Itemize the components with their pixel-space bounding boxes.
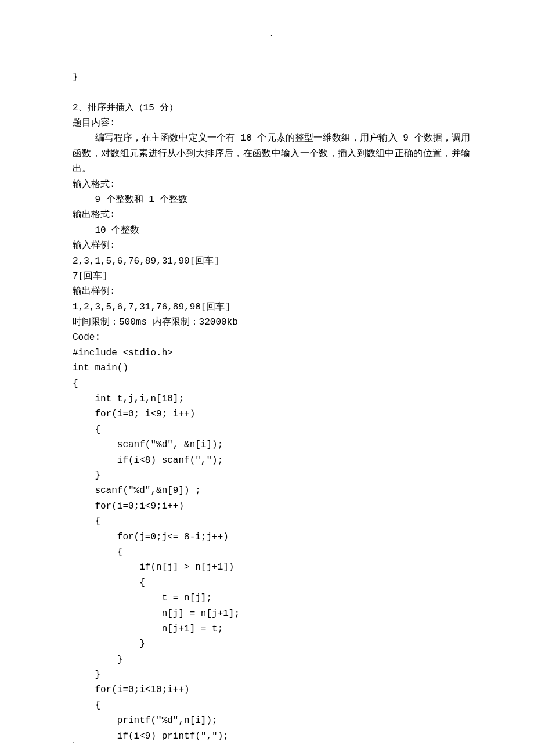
code-line: } (73, 654, 122, 665)
code-line: { (73, 700, 100, 711)
code-line: } (73, 669, 100, 680)
header-dot: . (73, 27, 470, 39)
code-line: #include <stdio.h> (73, 348, 173, 358)
document-page: . } 2、排序并插入（15 分） 题目内容: 编写程序，在主函数中定义一个有 … (0, 0, 534, 756)
input-sample-line2: 7[回车] (73, 271, 108, 282)
limits-line: 时间限制：500ms 内存限制：32000kb (73, 317, 238, 327)
document-body: } 2、排序并插入（15 分） 题目内容: 编写程序，在主函数中定义一个有 10… (73, 54, 470, 744)
code-line: n[j] = n[j+1]; (73, 609, 240, 619)
output-sample-label: 输出样例: (73, 286, 116, 297)
output-format-body: 10 个整数 (73, 225, 139, 236)
code-line: { (73, 424, 100, 435)
output-sample-line1: 1,2,3,5,6,7,31,76,89,90[回车] (73, 302, 230, 312)
problem-description: 编写程序，在主函数中定义一个有 10 个元素的整型一维数组，用户输入 9 个数据… (73, 131, 470, 177)
output-format-label: 输出格式: (73, 210, 116, 220)
code-line: n[j+1] = t; (73, 624, 223, 634)
code-line: int t,j,i,n[10]; (73, 394, 184, 404)
code-line: } (73, 639, 145, 649)
input-format-body: 9 个整数和 1 个整数 (73, 195, 187, 205)
problem-title: 2、排序并插入（15 分） (73, 103, 178, 113)
footer-dot: . (73, 735, 74, 747)
code-line: int main() (73, 363, 128, 373)
code-line: { (73, 379, 78, 389)
code-line: scanf("%d",&n[9]) ; (73, 485, 201, 496)
input-sample-label: 输入样例: (73, 240, 116, 251)
code-line: for(i=0; i<9; i++) (73, 409, 195, 419)
code-line: { (73, 578, 145, 588)
code-line: t = n[j]; (73, 593, 212, 603)
code-line: scanf("%d", &n[i]); (73, 440, 223, 450)
code-line: for(i=0;i<9;i++) (73, 501, 184, 512)
code-line: for(i=0;i<10;i++) (73, 685, 190, 695)
code-line: if(n[j] > n[j+1]) (73, 562, 234, 573)
horizontal-rule (73, 42, 470, 42)
code-line: } (73, 470, 100, 481)
code-line: printf("%d",n[i]); (73, 715, 218, 726)
code-line: for(j=0;j<= 8-i;j++) (73, 532, 229, 542)
code-line: { (73, 516, 100, 527)
code-label: Code: (73, 332, 100, 343)
input-sample-line1: 2,3,1,5,6,76,89,31,90[回车] (73, 256, 219, 267)
prev-code-closing-brace: } (73, 72, 78, 82)
input-format-label: 输入格式: (73, 179, 116, 190)
code-line: if(i<8) scanf(","); (73, 455, 223, 466)
code-line: { (73, 547, 122, 557)
code-line: if(i<9) printf(","); (73, 731, 229, 741)
section-content-label: 题目内容: (73, 118, 116, 128)
